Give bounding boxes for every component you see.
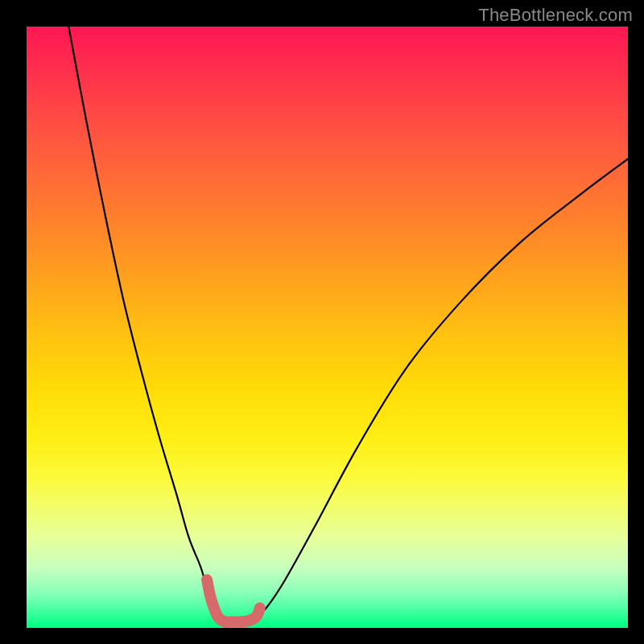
chart-svg (27, 27, 628, 628)
plot-area (27, 27, 628, 628)
minimum-marker (207, 580, 260, 622)
bottleneck-curve (68, 27, 628, 622)
chart-frame: TheBottleneck.com (0, 0, 644, 644)
watermark-text: TheBottleneck.com (478, 5, 633, 26)
